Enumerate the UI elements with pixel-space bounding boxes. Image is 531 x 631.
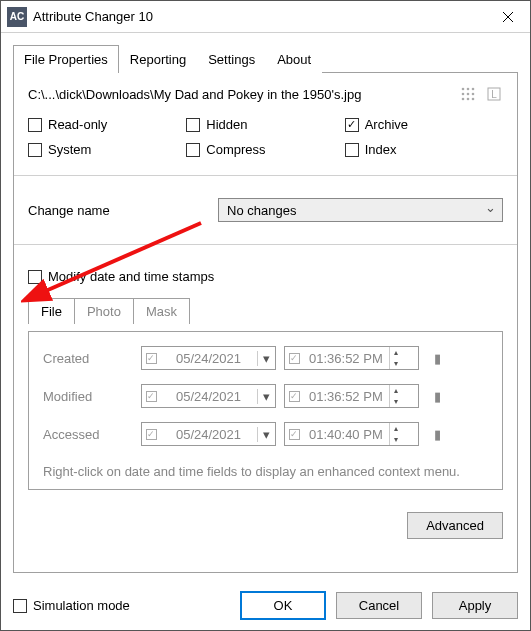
grid-view-icon[interactable] [459,85,477,103]
created-reset-icon[interactable]: ▮ [427,348,447,368]
app-icon: AC [7,7,27,27]
separator [14,175,517,176]
change-name-value: No changes [227,203,296,218]
cancel-button[interactable]: Cancel [336,592,422,619]
subtab-mask[interactable]: Mask [133,298,190,324]
chevron-down-icon: ▾ [257,427,275,442]
close-icon [502,11,514,23]
modified-reset-icon[interactable]: ▮ [427,386,447,406]
file-path-row: C:\...\dick\Downloads\My Dad and Pokey i… [28,85,503,103]
close-button[interactable] [485,1,530,33]
modified-date-input[interactable]: ✓ 05/24/2021 ▾ [141,384,276,408]
modified-time-value: 01:36:52 PM [303,389,389,404]
timestamp-panel: Created ✓ 05/24/2021 ▾ ✓ 01:36:52 PM ▴▾ … [28,331,503,490]
tab-about[interactable]: About [266,45,322,73]
checkbox-simulation-mode[interactable]: Simulation mode [13,598,130,613]
chevron-down-icon: ▾ [257,389,275,404]
context-menu-hint: Right-click on date and time fields to d… [43,460,488,479]
modified-row: Modified ✓ 05/24/2021 ▾ ✓ 01:36:52 PM ▴▾… [43,384,488,408]
accessed-time-input[interactable]: ✓ 01:40:40 PM ▴▾ [284,422,419,446]
tab-file-properties[interactable]: File Properties [13,45,119,73]
modified-date-value: 05/24/2021 [170,389,247,404]
timestamp-tabs: File Photo Mask [28,298,503,323]
footer: Simulation mode OK Cancel Apply [1,581,530,630]
subtab-file[interactable]: File [28,298,75,324]
created-date-input[interactable]: ✓ 05/24/2021 ▾ [141,346,276,370]
file-properties-panel: C:\...\dick\Downloads\My Dad and Pokey i… [13,73,518,573]
index-label: Index [365,142,397,157]
created-date-value: 05/24/2021 [170,351,247,366]
change-name-select[interactable]: No changes [218,198,503,222]
app-window: AC Attribute Changer 10 File Properties … [0,0,531,631]
svg-point-5 [472,93,475,96]
list-view-icon[interactable]: L [485,85,503,103]
advanced-row: Advanced [28,512,503,539]
change-name-label: Change name [28,203,208,218]
main-tabs: File Properties Reporting Settings About [13,45,518,73]
created-label: Created [43,351,133,366]
checkbox-hidden[interactable]: Hidden [186,117,344,132]
readonly-label: Read-only [48,117,107,132]
created-time-value: 01:36:52 PM [303,351,389,366]
file-path: C:\...\dick\Downloads\My Dad and Pokey i… [28,87,451,102]
checkbox-compress[interactable]: Compress [186,142,344,157]
accessed-label: Accessed [43,427,133,442]
accessed-date-input[interactable]: ✓ 05/24/2021 ▾ [141,422,276,446]
svg-point-4 [467,93,470,96]
hidden-label: Hidden [206,117,247,132]
ok-button[interactable]: OK [240,591,326,620]
separator [14,244,517,245]
svg-point-8 [472,98,475,101]
checkbox-index[interactable]: Index [345,142,503,157]
body: File Properties Reporting Settings About… [1,33,530,581]
checkbox-system[interactable]: System [28,142,186,157]
subtab-photo[interactable]: Photo [74,298,134,324]
svg-point-3 [462,93,465,96]
modified-time-input[interactable]: ✓ 01:36:52 PM ▴▾ [284,384,419,408]
svg-point-7 [467,98,470,101]
modified-label: Modified [43,389,133,404]
chevron-down-icon: ▾ [257,351,275,366]
titlebar: AC Attribute Changer 10 [1,1,530,33]
tab-settings[interactable]: Settings [197,45,266,73]
accessed-reset-icon[interactable]: ▮ [427,424,447,444]
svg-point-1 [467,88,470,91]
attributes-grid: Read-only Hidden Archive System Compress… [28,117,503,157]
accessed-date-value: 05/24/2021 [170,427,247,442]
compress-label: Compress [206,142,265,157]
created-time-input[interactable]: ✓ 01:36:52 PM ▴▾ [284,346,419,370]
checkbox-modify-timestamps[interactable]: Modify date and time stamps [28,269,503,284]
checkbox-archive[interactable]: Archive [345,117,503,132]
modify-timestamps-label: Modify date and time stamps [48,269,214,284]
window-title: Attribute Changer 10 [33,9,485,24]
created-row: Created ✓ 05/24/2021 ▾ ✓ 01:36:52 PM ▴▾ … [43,346,488,370]
archive-label: Archive [365,117,408,132]
checkbox-readonly[interactable]: Read-only [28,117,186,132]
svg-text:L: L [491,89,497,100]
svg-point-2 [472,88,475,91]
accessed-time-value: 01:40:40 PM [303,427,389,442]
change-name-row: Change name No changes [28,198,503,222]
advanced-button[interactable]: Advanced [407,512,503,539]
system-label: System [48,142,91,157]
apply-button[interactable]: Apply [432,592,518,619]
accessed-row: Accessed ✓ 05/24/2021 ▾ ✓ 01:40:40 PM ▴▾… [43,422,488,446]
svg-point-6 [462,98,465,101]
simulation-mode-label: Simulation mode [33,598,130,613]
svg-point-0 [462,88,465,91]
tab-reporting[interactable]: Reporting [119,45,197,73]
